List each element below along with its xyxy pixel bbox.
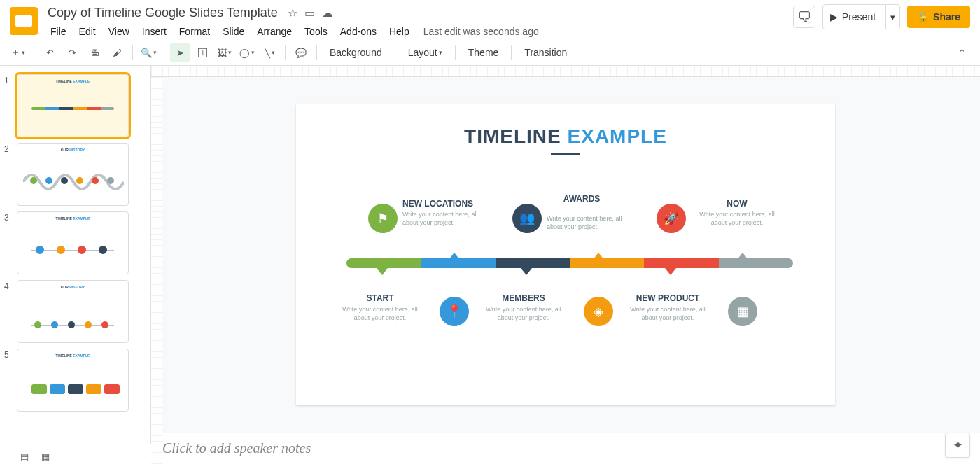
diamond-icon[interactable]: ◈ bbox=[584, 297, 613, 326]
speaker-notes[interactable]: Click to add speaker notes bbox=[151, 433, 980, 465]
paint-format-button[interactable]: 🖌 bbox=[107, 43, 127, 62]
canvas-area: TIMELINE EXAMPLE ⚑ NEW LOCATIONS Write y… bbox=[151, 66, 980, 465]
item-subtext[interactable]: Write your content here, all about your … bbox=[478, 306, 569, 322]
item-label[interactable]: START bbox=[335, 293, 426, 303]
new-slide-button[interactable]: ＋ bbox=[8, 43, 28, 62]
undo-button[interactable]: ↶ bbox=[40, 43, 59, 62]
rocket-icon[interactable]: 🚀 bbox=[657, 204, 686, 233]
title-underline bbox=[551, 153, 580, 155]
theme-button[interactable]: Theme bbox=[461, 43, 506, 62]
people-icon[interactable]: 👥 bbox=[512, 204, 542, 233]
slide-thumb-3[interactable]: TIMELINE EXAMPLE bbox=[17, 211, 129, 274]
filmstrip-view-icon[interactable]: ▤ bbox=[14, 447, 35, 465]
present-dropdown[interactable]: ▾ bbox=[886, 5, 899, 29]
lock-icon: 🔒 bbox=[917, 11, 929, 22]
share-button[interactable]: 🔒Share bbox=[907, 6, 970, 28]
thumb-number: 4 bbox=[4, 280, 17, 291]
menu-file[interactable]: File bbox=[45, 23, 72, 40]
timeline-bar[interactable] bbox=[346, 258, 793, 268]
line-tool[interactable]: ╲ bbox=[260, 43, 279, 62]
background-button[interactable]: Background bbox=[323, 43, 389, 62]
item-label[interactable]: MEMBERS bbox=[478, 293, 569, 303]
item-subtext[interactable]: Write your content here, all about your … bbox=[692, 211, 783, 227]
item-label[interactable]: AWARDS bbox=[547, 194, 617, 204]
item-subtext[interactable]: Write your content here, all about your … bbox=[547, 215, 638, 231]
last-edit-link[interactable]: Last edit was seconds ago bbox=[424, 26, 539, 37]
present-button-group: ▶Present ▾ bbox=[822, 4, 900, 29]
item-subtext[interactable]: Write your content here, all about your … bbox=[622, 306, 713, 322]
zoom-button[interactable]: 🔍 bbox=[139, 43, 158, 62]
item-subtext[interactable]: Write your content here, all about your … bbox=[335, 306, 426, 322]
slide-thumb-5[interactable]: TIMELINE EXAMPLE bbox=[17, 349, 129, 412]
item-label[interactable]: NEW LOCATIONS bbox=[402, 199, 493, 209]
item-label[interactable]: NOW bbox=[692, 199, 783, 209]
view-footer: ▤ ▦ bbox=[0, 444, 151, 465]
document-title[interactable]: Copy of Timeline Google Slides Template bbox=[45, 4, 281, 22]
toolbar: ＋ ↶ ↷ 🖶 🖌 🔍 ➤ 🅃 🖼 ◯ ╲ 💬 Background Layou… bbox=[0, 40, 980, 66]
pointer-down-icon bbox=[665, 268, 676, 275]
menu-edit[interactable]: Edit bbox=[74, 23, 102, 40]
layout-button[interactable]: Layout bbox=[401, 43, 449, 62]
select-tool[interactable]: ➤ bbox=[170, 43, 190, 62]
move-icon[interactable]: ▭ bbox=[304, 6, 315, 20]
thumb-number: 3 bbox=[4, 211, 17, 223]
redo-button[interactable]: ↷ bbox=[62, 43, 82, 62]
slide-title[interactable]: TIMELINE EXAMPLE bbox=[296, 125, 835, 148]
menu-view[interactable]: View bbox=[103, 23, 135, 40]
chart-icon[interactable]: ▦ bbox=[728, 297, 757, 326]
main-area: 1 TIMELINE EXAMPLE 2 OUR HISTORY 3 TIMEL… bbox=[0, 66, 980, 465]
slide-thumb-2[interactable]: OUR HISTORY bbox=[17, 143, 129, 206]
slide-canvas[interactable]: TIMELINE EXAMPLE ⚑ NEW LOCATIONS Write y… bbox=[296, 104, 835, 405]
menu-help[interactable]: Help bbox=[384, 23, 415, 40]
image-tool[interactable]: 🖼 bbox=[215, 43, 234, 62]
thumb-number: 1 bbox=[4, 74, 17, 85]
pointer-up-icon bbox=[449, 253, 460, 260]
menu-slide[interactable]: Slide bbox=[217, 23, 250, 40]
menu-bar: File Edit View Insert Format Slide Arran… bbox=[45, 23, 793, 40]
cloud-status-icon[interactable]: ☁ bbox=[322, 6, 333, 20]
flag-icon[interactable]: ⚑ bbox=[368, 204, 398, 233]
print-button[interactable]: 🖶 bbox=[85, 43, 104, 62]
menu-insert[interactable]: Insert bbox=[136, 23, 172, 40]
pointer-up-icon bbox=[593, 253, 604, 260]
menu-tools[interactable]: Tools bbox=[299, 23, 333, 40]
slide-thumb-4[interactable]: OUR HISTORY bbox=[17, 280, 129, 343]
pointer-down-icon bbox=[377, 268, 388, 275]
textbox-tool[interactable]: 🅃 bbox=[192, 43, 212, 62]
menu-addons[interactable]: Add-ons bbox=[335, 23, 382, 40]
grid-view-icon[interactable]: ▦ bbox=[35, 447, 56, 465]
menu-format[interactable]: Format bbox=[174, 23, 216, 40]
present-button[interactable]: ▶Present bbox=[823, 11, 886, 22]
comments-button[interactable]: 🗨 bbox=[793, 6, 816, 28]
slide-thumb-1[interactable]: TIMELINE EXAMPLE bbox=[17, 74, 129, 137]
thumb-number: 5 bbox=[4, 349, 17, 360]
pointer-up-icon bbox=[737, 253, 748, 260]
slides-app-icon[interactable] bbox=[10, 7, 38, 35]
shape-tool[interactable]: ◯ bbox=[237, 43, 257, 62]
pin-icon[interactable]: 📍 bbox=[440, 297, 469, 326]
present-icon: ▶ bbox=[830, 11, 838, 22]
filmstrip-panel[interactable]: 1 TIMELINE EXAMPLE 2 OUR HISTORY 3 TIMEL… bbox=[0, 66, 151, 465]
explore-button[interactable]: ✦ bbox=[945, 433, 970, 458]
menu-arrange[interactable]: Arrange bbox=[251, 23, 298, 40]
app-header: Copy of Timeline Google Slides Template … bbox=[0, 0, 980, 40]
collapse-toolbar-icon[interactable]: ⌃ bbox=[952, 43, 972, 62]
thumb-number: 2 bbox=[4, 143, 17, 154]
vertical-ruler bbox=[151, 77, 162, 465]
item-label[interactable]: NEW PRODUCT bbox=[622, 293, 713, 303]
comment-tool[interactable]: 💬 bbox=[291, 43, 311, 62]
item-subtext[interactable]: Write your content here, all about your … bbox=[402, 211, 493, 227]
star-icon[interactable]: ☆ bbox=[288, 6, 298, 20]
pointer-down-icon bbox=[521, 268, 532, 275]
transition-button[interactable]: Transition bbox=[517, 43, 574, 62]
horizontal-ruler bbox=[151, 66, 980, 77]
